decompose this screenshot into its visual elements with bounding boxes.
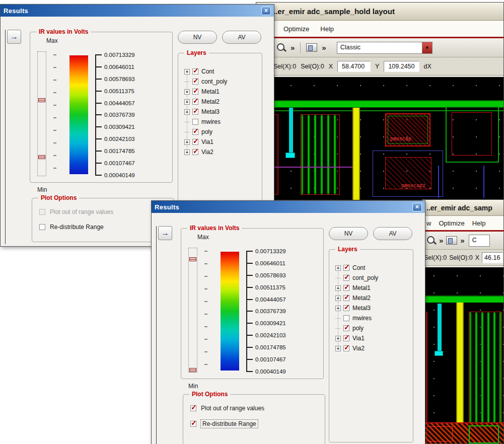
layout-canvas[interactable]: pmoscap pmoscap2 — [256, 77, 503, 200]
tree-expander-icon[interactable]: + — [184, 139, 190, 145]
layer-checkbox[interactable]: ✓ — [192, 89, 198, 95]
menu-help[interactable]: Help — [472, 219, 486, 227]
layer-checkbox[interactable]: ✓ — [343, 325, 349, 331]
toolbar-overflow-chevron-icon[interactable]: » — [460, 236, 464, 245]
toolbar-overflow-chevron-icon[interactable]: » — [322, 43, 326, 52]
tree-expander-icon[interactable]: + — [184, 109, 190, 115]
toolbar-overflow-chevron-icon[interactable]: » — [291, 43, 295, 52]
max-slider-handle[interactable] — [38, 98, 45, 102]
tree-expander-icon[interactable] — [184, 82, 190, 82]
range-slider[interactable] — [188, 248, 197, 373]
detach-panel-button[interactable]: → — [7, 30, 21, 44]
magnifier-icon[interactable] — [426, 236, 436, 245]
workspace-icon[interactable] — [446, 236, 457, 245]
tree-expander-icon[interactable]: + — [335, 295, 341, 301]
scale-value: 0.00444057 — [246, 297, 286, 303]
layer-label[interactable]: Via1 — [201, 138, 213, 145]
plot-options-title: Plot Options — [38, 194, 79, 201]
ir-values-group: IR values in Volts Max 0.00713329 0.0064… — [30, 32, 173, 183]
redistribute-range-checkbox[interactable]: ✓ — [190, 421, 196, 427]
min-slider-handle[interactable] — [38, 155, 45, 159]
toolbar-overflow-chevron-icon[interactable]: » — [439, 236, 443, 245]
close-icon[interactable]: × — [261, 7, 271, 15]
layer-label[interactable]: Via2 — [201, 149, 213, 156]
layer-checkbox[interactable]: ✓ — [343, 345, 349, 351]
menu-optimize[interactable]: Optimize — [283, 25, 309, 33]
workspace-combobox[interactable]: C — [469, 235, 490, 247]
tree-expander-icon[interactable]: + — [335, 265, 341, 271]
magnifier-icon[interactable] — [276, 43, 286, 52]
tree-expander-icon[interactable]: + — [184, 69, 190, 75]
layer-label[interactable]: cont_poly — [201, 78, 227, 85]
layer-checkbox[interactable]: ✓ — [192, 129, 198, 135]
layer-checkbox[interactable]: ✓ — [192, 109, 198, 115]
layer-checkbox[interactable]: ✓ — [192, 99, 198, 105]
range-slider[interactable] — [37, 51, 46, 176]
layer-checkbox[interactable]: ✓ — [343, 275, 349, 281]
tree-expander-icon[interactable]: + — [335, 336, 341, 341]
layer-label[interactable]: Metal1 — [352, 284, 371, 291]
min-slider-handle[interactable] — [189, 368, 196, 372]
tree-expander-icon[interactable] — [335, 318, 341, 319]
layout-canvas[interactable] — [422, 267, 503, 443]
layer-label[interactable]: Metal1 — [201, 88, 220, 95]
tree-expander-icon[interactable]: + — [335, 346, 341, 351]
max-slider-handle[interactable] — [189, 257, 196, 261]
menu-fragment[interactable]: w — [426, 219, 431, 227]
layer-checkbox[interactable] — [343, 315, 349, 321]
layer-label[interactable]: Metal3 — [352, 305, 371, 312]
layer-label[interactable]: poly — [201, 128, 212, 135]
tree-expander-icon[interactable]: + — [184, 150, 190, 155]
layer-checkbox[interactable]: ✓ — [343, 285, 349, 291]
menu-help[interactable]: Help — [320, 25, 334, 33]
layer-checkbox[interactable]: ✓ — [192, 79, 198, 85]
tree-expander-icon[interactable]: + — [335, 285, 341, 291]
window-titlebar[interactable]: ..er_emir adc_sample_hold layout — [256, 3, 503, 21]
plot-options-group: Plot Options ✓ Plot out of range values … — [183, 394, 325, 444]
layer-label[interactable]: Via1 — [352, 335, 365, 342]
layer-label[interactable]: Cont — [201, 68, 214, 75]
workspace-combobox[interactable]: Classic ▼ — [337, 42, 433, 54]
layer-label[interactable]: mwires — [352, 315, 372, 322]
layer-checkbox[interactable]: ✓ — [192, 68, 198, 75]
menu-optimize[interactable]: Optimize — [439, 219, 464, 227]
tree-expander-icon[interactable] — [335, 278, 341, 278]
layer-label[interactable]: Metal2 — [201, 98, 220, 105]
detach-panel-button[interactable]: → — [158, 226, 172, 240]
tree-expander-icon[interactable]: + — [335, 306, 341, 311]
plot-out-of-range-checkbox[interactable]: ✓ — [190, 405, 196, 411]
layer-checkbox[interactable]: ✓ — [343, 305, 349, 311]
combobox-dropdown-icon[interactable]: ▼ — [422, 42, 432, 53]
av-button[interactable]: AV — [222, 31, 261, 44]
av-button[interactable]: AV — [373, 227, 412, 240]
tree-expander-icon[interactable]: + — [184, 99, 190, 105]
tree-expander-icon[interactable] — [184, 122, 190, 122]
layer-checkbox[interactable] — [192, 119, 198, 125]
layer-label[interactable]: poly — [352, 325, 364, 332]
dialog-titlebar[interactable]: Results × — [1, 5, 274, 17]
layer-checkbox[interactable]: ✓ — [343, 295, 349, 301]
nv-button[interactable]: NV — [178, 31, 217, 44]
tree-expander-icon[interactable]: + — [184, 89, 190, 95]
layer-label[interactable]: mwires — [201, 118, 221, 125]
nv-button[interactable]: NV — [329, 227, 368, 240]
layer-label[interactable]: Via2 — [352, 345, 365, 352]
scale-value: 0.00107467 — [95, 160, 135, 166]
tree-expander-icon[interactable] — [184, 132, 190, 132]
layer-label[interactable]: cont_poly — [352, 274, 378, 281]
layer-label[interactable]: Metal2 — [352, 294, 371, 302]
window-title: ..er_emir adc_sample_hold layout — [273, 7, 395, 16]
plot-out-of-range-checkbox[interactable] — [39, 209, 45, 215]
workspace-icon[interactable] — [306, 43, 317, 52]
tree-expander-icon[interactable] — [335, 328, 341, 329]
layer-label[interactable]: Cont — [352, 264, 365, 271]
layer-checkbox[interactable]: ✓ — [343, 265, 349, 271]
layer-label[interactable]: Metal3 — [201, 108, 220, 115]
layer-checkbox[interactable]: ✓ — [192, 149, 198, 155]
dialog-titlebar[interactable]: Results × — [152, 201, 425, 213]
redistribute-range-checkbox[interactable] — [39, 224, 45, 230]
window-titlebar[interactable]: ..er_emir adc_samp — [422, 200, 503, 216]
layer-checkbox[interactable]: ✓ — [192, 139, 198, 145]
layer-checkbox[interactable]: ✓ — [343, 335, 349, 341]
close-icon[interactable]: × — [412, 203, 422, 211]
